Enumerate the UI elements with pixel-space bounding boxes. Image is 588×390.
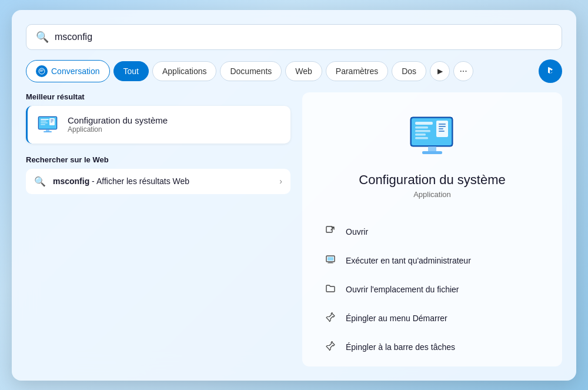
- svg-rect-9: [51, 121, 54, 121]
- right-panel: Configuration du système Application Ouv…: [302, 92, 562, 366]
- svg-rect-4: [41, 121, 46, 122]
- svg-rect-8: [51, 119, 54, 120]
- svg-rect-19: [415, 137, 428, 139]
- svg-rect-23: [439, 128, 443, 129]
- svg-rect-22: [439, 126, 446, 127]
- tab-dos[interactable]: Dos: [392, 61, 426, 81]
- search-bar: 🔍: [26, 24, 562, 50]
- result-text: Configuration du système Application: [68, 115, 168, 134]
- tab-applications-label: Applications: [162, 66, 207, 76]
- web-search-item[interactable]: 🔍 msconfig - Afficher les résultats Web …: [26, 169, 290, 194]
- svg-rect-24: [439, 131, 445, 132]
- tab-parametres-label: Paramètres: [336, 66, 378, 76]
- result-name: Configuration du système: [68, 115, 168, 125]
- svg-rect-6: [41, 124, 45, 125]
- tab-tout[interactable]: Tout: [113, 61, 149, 81]
- svg-rect-10: [51, 122, 52, 122]
- action-list: Ouvrir Exécuter en tant qu'administrateu…: [314, 218, 550, 362]
- tab-documents-label: Documents: [230, 66, 272, 76]
- web-search-suffix: - Afficher les résultats Web: [89, 176, 189, 186]
- svg-rect-16: [415, 126, 428, 129]
- action-run-admin[interactable]: Exécuter en tant qu'administrateur: [314, 246, 550, 275]
- action-open-label: Ouvrir: [346, 227, 368, 236]
- tab-applications[interactable]: Applications: [152, 61, 217, 81]
- tab-documents[interactable]: Documents: [220, 61, 282, 81]
- left-panel: Meilleur résultat: [26, 92, 302, 366]
- conversation-icon: [36, 65, 48, 77]
- tab-conversation[interactable]: Conversation: [26, 60, 110, 82]
- svg-rect-17: [415, 130, 430, 132]
- tab-tout-label: Tout: [123, 66, 139, 76]
- tab-dos-label: Dos: [402, 66, 416, 76]
- svg-rect-26: [422, 151, 442, 154]
- detail-app-type: Application: [413, 190, 451, 199]
- web-search-query: msconfig: [53, 176, 89, 186]
- search-icon: 🔍: [36, 31, 49, 44]
- action-pin-start[interactable]: Épingler au menu Démarrer: [314, 304, 550, 333]
- pin-taskbar-icon: [323, 341, 338, 354]
- open-location-icon: [323, 283, 338, 296]
- tab-web-label: Web: [295, 66, 312, 76]
- tab-conversation-label: Conversation: [51, 66, 100, 76]
- web-search-section: Rechercher sur le Web 🔍 msconfig - Affic…: [26, 155, 290, 194]
- open-icon: [323, 225, 338, 239]
- svg-rect-5: [41, 122, 48, 124]
- action-run-admin-label: Exécuter en tant qu'administrateur: [346, 256, 471, 265]
- action-pin-taskbar[interactable]: Épingler à la barre des tâches: [314, 333, 550, 362]
- web-search-text: msconfig - Afficher les résultats Web: [53, 176, 189, 186]
- filter-tabs: Conversation Tout Applications Documents…: [26, 59, 562, 83]
- web-search-title: Rechercher sur le Web: [26, 155, 290, 164]
- action-open-location-label: Ouvrir l'emplacement du fichier: [346, 285, 459, 294]
- svg-rect-3: [41, 119, 49, 120]
- detail-app-icon: [406, 110, 459, 163]
- play-button[interactable]: ▶: [430, 61, 450, 81]
- action-pin-taskbar-label: Épingler à la barre des tâches: [346, 342, 455, 352]
- action-open[interactable]: Ouvrir: [314, 218, 550, 246]
- pin-start-icon: [323, 312, 338, 325]
- action-open-location[interactable]: Ouvrir l'emplacement du fichier: [314, 275, 550, 304]
- action-pin-start-label: Épingler au menu Démarrer: [346, 314, 447, 323]
- svg-rect-18: [415, 134, 426, 136]
- svg-rect-25: [428, 146, 436, 152]
- search-panel: 🔍 Conversation Tout Applications Documen…: [12, 10, 576, 381]
- web-search-arrow: ›: [279, 176, 282, 186]
- run-admin-icon: [323, 254, 338, 268]
- result-type: Application: [68, 125, 168, 134]
- detail-app-name: Configuration du système: [359, 172, 505, 188]
- app-icon: [36, 113, 59, 136]
- tab-web[interactable]: Web: [285, 61, 322, 81]
- best-result-item[interactable]: Configuration du système Application: [26, 106, 290, 144]
- web-search-icon: 🔍: [34, 176, 46, 187]
- svg-rect-21: [439, 124, 446, 125]
- more-button[interactable]: ···: [453, 61, 473, 81]
- svg-rect-15: [415, 122, 433, 125]
- search-input[interactable]: [55, 32, 552, 42]
- best-result-section: Meilleur résultat: [26, 92, 290, 144]
- svg-rect-12: [44, 131, 52, 132]
- bing-button[interactable]: [539, 59, 562, 83]
- tab-parametres[interactable]: Paramètres: [326, 61, 388, 81]
- best-result-title: Meilleur résultat: [26, 92, 290, 101]
- main-content: Meilleur résultat: [26, 92, 562, 366]
- svg-rect-31: [328, 263, 333, 264]
- svg-rect-29: [328, 257, 333, 261]
